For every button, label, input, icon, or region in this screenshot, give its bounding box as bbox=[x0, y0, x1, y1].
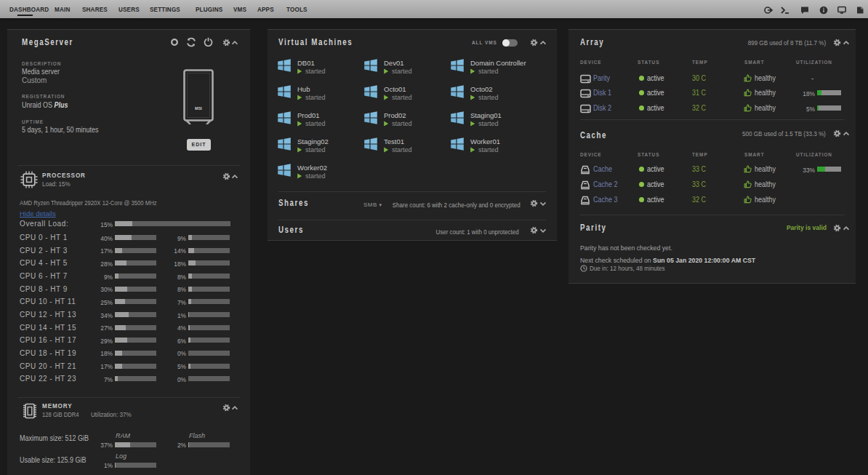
svg-text:MSI: MSI bbox=[195, 106, 202, 111]
